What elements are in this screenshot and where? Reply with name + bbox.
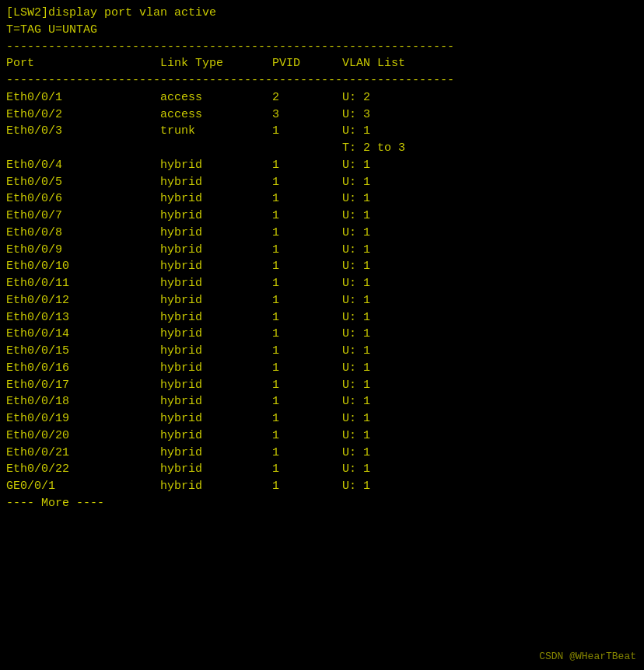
table-row: Eth0/0/5 hybrid 1 U: 1	[6, 174, 638, 191]
table-row: Eth0/0/9 hybrid 1 U: 1	[6, 242, 638, 259]
table-header: Port Link Type PVID VLAN List	[6, 55, 638, 72]
table-row: Eth0/0/6 hybrid 1 U: 1	[6, 190, 638, 208]
table-row: Eth0/0/18 hybrid 1 U: 1	[6, 393, 638, 410]
table-row: Eth0/0/8 hybrid 1 U: 1	[6, 225, 638, 242]
table-row: Eth0/0/10 hybrid 1 U: 1	[6, 258, 638, 275]
table-row: Eth0/0/11 hybrid 1 U: 1	[6, 275, 638, 292]
table-body: Eth0/0/1 access 2 U: 2Eth0/0/2 access 3 …	[6, 89, 638, 495]
table-row: Eth0/0/17 hybrid 1 U: 1	[6, 377, 638, 394]
table-row-extra: T: 2 to 3	[6, 140, 638, 157]
table-row: Eth0/0/14 hybrid 1 U: 1	[6, 326, 638, 343]
table-row: Eth0/0/13 hybrid 1 U: 1	[6, 309, 638, 326]
command-line: [LSW2]display port vlan active	[6, 5, 638, 22]
table-row: Eth0/0/4 hybrid 1 U: 1	[6, 157, 638, 174]
table-row: Eth0/0/22 hybrid 1 U: 1	[6, 461, 638, 478]
separator-2: ----------------------------------------…	[6, 72, 638, 89]
terminal-window: [LSW2]display port vlan active T=TAG U=U…	[6, 5, 638, 512]
table-row: Eth0/0/1 access 2 U: 2	[6, 89, 638, 106]
table-row: Eth0/0/7 hybrid 1 U: 1	[6, 208, 638, 225]
table-row: Eth0/0/15 hybrid 1 U: 1	[6, 343, 638, 360]
more-prompt[interactable]: ---- More ----	[6, 495, 638, 512]
watermark: CSDN @WHearTBeat	[539, 651, 636, 662]
legend-line: T=TAG U=UNTAG	[6, 22, 638, 39]
table-row: Eth0/0/21 hybrid 1 U: 1	[6, 445, 638, 462]
table-row: Eth0/0/16 hybrid 1 U: 1	[6, 360, 638, 377]
table-row: Eth0/0/3 trunk 1 U: 1	[6, 123, 638, 140]
table-row: Eth0/0/12 hybrid 1 U: 1	[6, 292, 638, 309]
separator-1: ----------------------------------------…	[6, 39, 638, 56]
table-row: GE0/0/1 hybrid 1 U: 1	[6, 478, 638, 495]
table-row: Eth0/0/20 hybrid 1 U: 1	[6, 427, 638, 445]
table-row: Eth0/0/2 access 3 U: 3	[6, 106, 638, 124]
table-row: Eth0/0/19 hybrid 1 U: 1	[6, 410, 638, 427]
